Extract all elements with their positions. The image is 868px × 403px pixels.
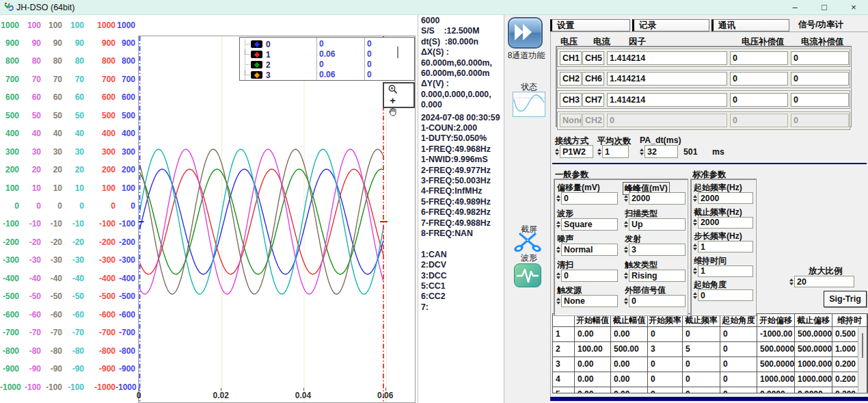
sequence-table-cell[interactable]: 0.00 [611, 387, 648, 393]
pa-dt-input[interactable] [645, 145, 678, 158]
standard-param-4-input[interactable] [698, 289, 753, 301]
pa-dt-arrows[interactable] [638, 145, 645, 158]
general-param-2-input[interactable] [561, 218, 618, 231]
general-param-9-increment[interactable] [624, 298, 628, 300]
general-param-5-input[interactable] [629, 244, 686, 256]
standard-param-4-arrows[interactable] [692, 289, 698, 301]
sequence-table-cell[interactable]: 500.00 [611, 342, 648, 357]
general-param-0-input[interactable] [561, 192, 618, 205]
sequence-table-cell[interactable]: 5 [683, 342, 720, 357]
general-param-5-arrows[interactable] [623, 244, 629, 256]
general-param-1-decrement[interactable] [624, 199, 628, 202]
sequence-table-cell[interactable]: 0 [648, 372, 683, 387]
sequence-table-scrollbar[interactable] [858, 328, 867, 392]
sequence-table-cell[interactable]: 1000.000 [795, 357, 832, 372]
sequence-table-cell[interactable]: 0.0000 [757, 387, 795, 393]
channel-2-voltage-field[interactable] [560, 72, 582, 86]
general-param-8-decrement[interactable] [556, 302, 560, 304]
general-param-9-arrows[interactable] [623, 295, 629, 307]
general-param-7-decrement[interactable] [624, 276, 628, 279]
standard-param-1-decrement[interactable] [693, 223, 697, 226]
sequence-table-cell[interactable]: 0.00 [611, 327, 648, 342]
general-param-5-decrement[interactable] [624, 250, 628, 253]
legend-row[interactable]: 10.060 [240, 49, 414, 60]
standard-param-2-decrement[interactable] [693, 248, 697, 250]
general-param-1-input[interactable] [629, 192, 686, 205]
wiring-mode-decrement[interactable] [555, 153, 559, 155]
channel-2-factor-field[interactable] [607, 72, 727, 86]
general-param-4-input[interactable] [561, 244, 618, 256]
pa-dt-decrement[interactable] [640, 153, 644, 155]
standard-param-2-arrows[interactable] [692, 241, 698, 252]
general-param-6-decrement[interactable] [556, 276, 560, 279]
general-param-3-input[interactable] [629, 218, 686, 231]
sequence-table-cell[interactable]: 0 [648, 327, 683, 342]
sequence-table-cell[interactable]: 0 [720, 327, 757, 342]
general-param-1-increment[interactable] [624, 195, 628, 198]
pan-hand-icon[interactable] [386, 106, 399, 117]
standard-param-4-increment[interactable] [693, 292, 697, 295]
legend-row[interactable]: 30.060 [240, 70, 414, 80]
general-param-7-input[interactable] [629, 270, 686, 282]
general-param-5-increment[interactable] [624, 246, 628, 249]
channel-3-voltage-field[interactable] [560, 93, 582, 107]
tab-record[interactable]: 记录 [632, 19, 709, 31]
zoom-tool-icon[interactable] [386, 84, 399, 95]
sequence-table-cell[interactable]: 0 [683, 387, 720, 393]
sequence-table-cell[interactable]: 1000.000 [795, 372, 832, 387]
sequence-scrollbar-thumb[interactable] [862, 333, 863, 358]
average-count-decrement[interactable] [597, 153, 601, 155]
standard-param-2-input[interactable] [698, 241, 753, 252]
standard-param-0-decrement[interactable] [693, 199, 697, 202]
standard-param-1-input[interactable] [698, 217, 753, 229]
standard-param-1-increment[interactable] [693, 219, 697, 222]
tab-communication[interactable]: 通讯 [711, 19, 789, 31]
general-param-1-arrows[interactable] [623, 192, 629, 205]
sequence-table-cell[interactable]: 100.00 [575, 342, 611, 357]
channel-2-current-field[interactable] [582, 72, 604, 86]
waveform-button[interactable] [514, 263, 541, 287]
tab-settings[interactable]: 设置 [550, 19, 630, 31]
general-param-4-increment[interactable] [556, 246, 560, 249]
sequence-table-cell[interactable]: 0 [720, 387, 757, 393]
standard-param-1-arrows[interactable] [692, 217, 698, 229]
standard-param-0-input[interactable] [698, 192, 753, 204]
legend-row[interactable]: 200 [240, 60, 414, 70]
sequence-table-cell[interactable]: 0.00 [575, 327, 611, 342]
fast-forward-button[interactable] [508, 17, 543, 49]
general-param-4-decrement[interactable] [556, 250, 560, 253]
amplify-scale-increment[interactable] [789, 278, 794, 281]
general-param-0-decrement[interactable] [556, 199, 560, 202]
amplify-scale-input[interactable] [794, 276, 854, 287]
channel-3-voltage-offset-field[interactable] [730, 93, 788, 107]
sequence-table-cell[interactable]: 500.0000 [757, 357, 795, 372]
standard-param-0-arrows[interactable] [692, 192, 698, 204]
channel-2-voltage-offset-field[interactable] [730, 72, 788, 86]
amplify-scale-arrows[interactable] [788, 276, 794, 287]
close-button[interactable]: × [843, 0, 864, 15]
legend-scrollbar-thumb[interactable] [397, 47, 398, 58]
general-param-9-decrement[interactable] [624, 302, 628, 304]
sequence-table-cell[interactable]: 0.0000 [795, 387, 832, 393]
zoom-in-tool[interactable]: + [386, 95, 399, 106]
channel-3-current-field[interactable] [582, 93, 604, 107]
general-param-9-input[interactable] [629, 295, 686, 307]
standard-param-0-increment[interactable] [693, 195, 697, 198]
general-param-3-decrement[interactable] [624, 225, 628, 228]
general-param-0-arrows[interactable] [555, 192, 561, 205]
standard-param-3-input[interactable] [698, 265, 753, 277]
sequence-table-cell[interactable]: 500.0000 [795, 342, 832, 357]
standard-param-4-decrement[interactable] [693, 296, 697, 299]
channel-3-current-offset-field[interactable] [791, 93, 849, 107]
general-param-0-increment[interactable] [556, 195, 560, 198]
legend-row[interactable]: 400 [240, 80, 414, 81]
general-param-6-increment[interactable] [556, 272, 560, 275]
channel-1-voltage-offset-field[interactable] [730, 51, 788, 65]
sequence-table-cell[interactable]: 500.0000 [795, 327, 832, 342]
channel-1-current-field[interactable] [582, 51, 604, 65]
sequence-table-cell[interactable]: 1000.000 [757, 372, 795, 387]
amplify-scale-decrement[interactable] [789, 283, 794, 285]
sequence-table-cell[interactable]: 3 [648, 342, 683, 357]
sequence-table-cell[interactable]: 0 [648, 387, 683, 393]
legend-row[interactable]: 000 [240, 39, 414, 49]
